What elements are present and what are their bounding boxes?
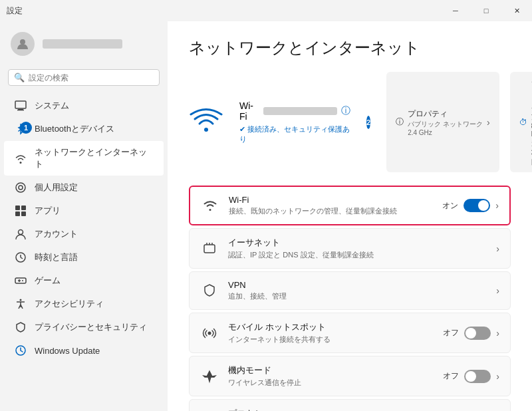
search-icon: 🔍	[14, 72, 25, 82]
settings-item-proxy[interactable]: プロキシ Wi-Fi およびイーサネット接続向けプロキシ サーバー ›	[189, 399, 511, 411]
ethernet-icon	[200, 239, 219, 258]
wifi-title: Wi-Fi	[229, 195, 442, 205]
sidebar-item-label: アカウント	[35, 228, 78, 240]
sidebar-item-bluetooth[interactable]: Bluetoothとデバイス1	[4, 118, 164, 140]
svg-point-19	[20, 299, 22, 301]
svg-rect-10	[21, 211, 26, 216]
toggle-label-hotspot: オフ	[443, 327, 459, 339]
properties-icon: ⓘ	[396, 116, 404, 128]
airplane-title: 機内モード	[228, 364, 443, 376]
sidebar-item-privacy[interactable]: プライバシーとセキュリティ	[4, 316, 164, 339]
badge-bluetooth: 1	[20, 122, 32, 134]
nav-list: システム Bluetoothとデバイス1 ネットワークとインターネット 個人用設…	[0, 94, 168, 362]
properties-subtitle: パブリック ネットワーク 2.4 GHz	[408, 120, 483, 136]
svg-point-6	[19, 186, 23, 190]
sidebar-item-update[interactable]: Windows Update	[4, 339, 164, 362]
airplane-right: オフ ›	[443, 370, 499, 383]
hotspot-text: モバイル ホットスポット インターネット接続を共有する	[228, 321, 443, 344]
sidebar-item-accounts[interactable]: アカウント	[4, 223, 164, 245]
sidebar-item-gaming[interactable]: ゲーム	[4, 269, 164, 292]
info-icon: ⓘ	[341, 105, 350, 117]
maximize-button[interactable]: □	[471, 0, 501, 21]
toggle-hotspot[interactable]	[464, 327, 491, 340]
titlebar: 設定 ─ □ ✕	[0, 0, 532, 21]
svg-rect-7	[15, 206, 20, 210]
svg-line-14	[21, 257, 23, 259]
sidebar-item-personalize[interactable]: 個人用設定	[4, 176, 164, 199]
sidebar-item-system[interactable]: システム	[4, 94, 164, 117]
sidebar-item-apps[interactable]: アプリ	[4, 200, 164, 222]
properties-label: プロパティ	[408, 108, 483, 120]
sidebar-item-label: ゲーム	[35, 275, 61, 287]
vpn-text: VPN 追加、接続、管理	[228, 280, 496, 301]
ethernet-title: イーサネット	[228, 237, 496, 249]
chevron-icon-wifi: ›	[495, 200, 499, 211]
svg-point-0	[20, 39, 25, 45]
close-button[interactable]: ✕	[501, 0, 532, 21]
settings-list: Wi-Fi 接続、既知のネットワークの管理、従量制課金接続 オン › イーサネッ…	[189, 186, 511, 411]
wifi-icon	[201, 196, 219, 215]
hotspot-title: モバイル ホットスポット	[228, 321, 443, 333]
minimize-button[interactable]: ─	[440, 0, 471, 21]
hotspot-right: オフ ›	[443, 327, 499, 340]
datetime-icon	[15, 251, 27, 263]
ethernet-desc: 認証、IP 設定と DNS 設定、従量制課金接続	[228, 250, 496, 260]
sidebar: 🔍 システム Bluetoothとデバイス1 ネットワークとインターネット 個人…	[0, 21, 168, 411]
vpn-right: ›	[496, 285, 499, 296]
toggle-airplane[interactable]	[464, 370, 491, 383]
airplane-desc: ワイヤレス通信を停止	[228, 378, 443, 388]
wifi-info: Wi-Fi ⓘ ✔ 接続済み、セキュリティ保護あり	[239, 100, 350, 144]
settings-item-wifi[interactable]: Wi-Fi 接続、既知のネットワークの管理、従量制課金接続 オン ›	[189, 186, 511, 225]
settings-item-airplane[interactable]: 機内モード ワイヤレス通信を停止 オフ ›	[189, 356, 511, 396]
svg-rect-1	[15, 101, 26, 108]
check-icon: ✔	[239, 125, 247, 133]
wifi-status-card: Wi-Fi ⓘ ✔ 接続済み、セキュリティ保護あり 2 ⓘ プロパティ	[189, 72, 511, 172]
settings-item-vpn[interactable]: VPN 追加、接続、管理 ›	[189, 271, 511, 310]
sidebar-item-label: プライバシーとセキュリティ	[35, 321, 147, 333]
properties-button[interactable]: ⓘ プロパティ パブリック ネットワーク 2.4 GHz ›	[386, 72, 499, 172]
sidebar-header	[0, 27, 168, 67]
toggle-wifi[interactable]	[464, 199, 490, 212]
wifi-label: Wi-Fi	[239, 100, 259, 122]
wifi-desc: 接続、既知のネットワークの管理、従量制課金接続	[229, 206, 442, 216]
sidebar-item-label: Bluetoothとデバイス	[35, 123, 114, 135]
sidebar-item-datetime[interactable]: 時刻と言語	[4, 246, 164, 269]
sidebar-item-accessibility[interactable]: アクセシビリティ	[4, 293, 164, 315]
sidebar-item-label: ネットワークとインターネット	[35, 146, 153, 170]
update-icon	[15, 344, 27, 356]
toggle-label-airplane: オフ	[443, 370, 459, 382]
airplane-text: 機内モード ワイヤレス通信を停止	[228, 364, 443, 388]
svg-rect-9	[15, 211, 20, 216]
sidebar-item-label: 時刻と言語	[35, 251, 78, 263]
svg-rect-25	[204, 245, 215, 253]
titlebar-left: 設定	[7, 5, 23, 17]
settings-item-ethernet[interactable]: イーサネット 認証、IP 設定と DNS 設定、従量制課金接続 ›	[189, 228, 511, 269]
hotspot-icon	[200, 324, 219, 342]
chevron-right-icon: ›	[487, 117, 490, 128]
settings-item-hotspot[interactable]: モバイル ホットスポット インターネット接続を共有する オフ ›	[189, 313, 511, 353]
badge-2: 2	[366, 116, 370, 129]
system-icon	[15, 100, 27, 112]
main-content: ネットワークとインターネット Wi-Fi ⓘ	[168, 21, 532, 411]
ethernet-text: イーサネット 認証、IP 設定と DNS 設定、従量制課金接続	[228, 237, 496, 260]
settings-window: 設定 ─ □ ✕ 🔍 システム Bluetoothとデバ	[0, 0, 532, 411]
search-input[interactable]	[29, 73, 154, 82]
ssid-name-bar	[263, 107, 337, 115]
top-card-actions: ⓘ プロパティ パブリック ネットワーク 2.4 GHz › ⏱ データ使用状況…	[386, 72, 532, 172]
chevron-icon-ethernet: ›	[496, 243, 499, 254]
search-box[interactable]: 🔍	[8, 69, 160, 86]
window-content: 🔍 システム Bluetoothとデバイス1 ネットワークとインターネット 個人…	[0, 21, 532, 411]
proxy-title: プロキシ	[228, 408, 496, 411]
svg-rect-8	[21, 206, 26, 210]
titlebar-title: 設定	[7, 5, 23, 17]
wifi-text: Wi-Fi 接続、既知のネットワークの管理、従量制課金接続	[229, 195, 442, 216]
sidebar-item-network[interactable]: ネットワークとインターネット	[4, 141, 164, 176]
user-name-bar	[43, 39, 122, 49]
gaming-icon	[15, 275, 27, 287]
sidebar-item-label: システム	[35, 100, 69, 112]
hotspot-desc: インターネット接続を共有する	[228, 335, 443, 344]
avatar	[11, 32, 35, 56]
chevron-icon-hotspot: ›	[496, 328, 499, 339]
data-usage-button[interactable]: ⏱ データ使用状況 826 MB、過去 30 日間 ›	[510, 72, 532, 172]
vpn-icon	[200, 281, 219, 300]
